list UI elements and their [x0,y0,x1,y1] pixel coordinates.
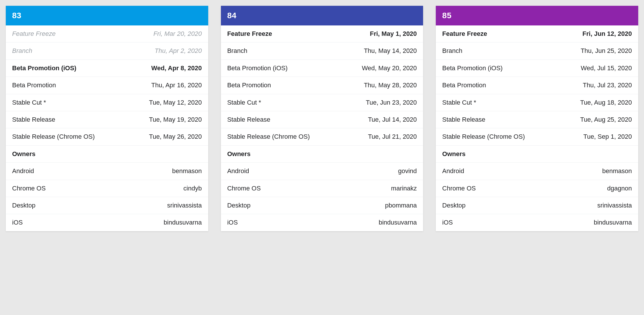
owner-row: Androidgovind [221,163,423,180]
owner-row: Desktoppbommana [221,197,423,214]
release-cards: 83Feature FreezeFri, Mar 20, 2020BranchT… [0,6,644,231]
owner-row: Chrome OSdgagnon [436,180,638,197]
milestone-label: Stable Release [227,116,270,123]
milestone-row: Stable ReleaseTue, Jul 14, 2020 [221,111,423,128]
milestone-date: Tue, Aug 25, 2020 [580,116,632,123]
release-version-header[interactable]: 85 [436,6,638,25]
owner-name[interactable]: benmason [172,167,202,175]
owner-name[interactable]: bindusuvarna [379,219,417,226]
owner-platform: Desktop [227,202,251,209]
owner-name[interactable]: srinivassista [167,202,202,209]
owner-row: Androidbenmason [6,163,208,180]
release-version-header[interactable]: 84 [221,6,423,25]
milestone-label: Beta Promotion (iOS) [12,64,76,72]
milestone-label: Branch [442,47,462,55]
milestone-row: BranchThu, Apr 2, 2020 [6,42,208,60]
milestone-label: Stable Cut * [442,99,476,106]
milestone-row: Stable Cut *Tue, Jun 23, 2020 [221,94,423,111]
milestone-row: BranchThu, Jun 25, 2020 [436,42,638,60]
owner-row: Desktopsrinivassista [6,197,208,214]
owners-section-header: Owners [436,146,638,163]
milestone-date: Thu, Apr 2, 2020 [155,47,202,55]
owners-label: Owners [442,150,466,158]
release-card: 84Feature FreezeFri, May 1, 2020BranchTh… [221,6,423,231]
milestone-label: Stable Cut * [227,99,261,106]
owner-row: iOSbindusuvarna [221,214,423,231]
owner-row: iOSbindusuvarna [436,214,638,231]
owner-row: Chrome OSmarinakz [221,180,423,197]
milestone-label: Beta Promotion (iOS) [227,64,288,72]
milestone-row: Stable Release (Chrome OS)Tue, Jul 21, 2… [221,128,423,145]
owners-label: Owners [12,150,36,158]
owner-platform: iOS [227,219,238,226]
release-card: 83Feature FreezeFri, Mar 20, 2020BranchT… [6,6,208,231]
owner-platform: Android [227,167,249,175]
milestone-date: Fri, Jun 12, 2020 [582,30,632,38]
milestone-row: BranchThu, May 14, 2020 [221,42,423,60]
milestone-date: Tue, Jul 21, 2020 [368,133,417,140]
owner-name[interactable]: pbommana [385,202,417,209]
milestone-label: Beta Promotion [12,81,56,89]
milestone-date: Thu, May 28, 2020 [364,81,417,89]
milestone-row: Beta PromotionThu, Apr 16, 2020 [6,77,208,94]
milestone-date: Wed, May 20, 2020 [362,64,417,72]
owner-platform: Android [442,167,464,175]
milestone-date: Tue, May 12, 2020 [149,99,202,106]
owners-label: Owners [227,150,251,158]
owner-name[interactable]: marinakz [391,185,417,192]
owner-name[interactable]: bindusuvarna [594,219,632,226]
owner-platform: iOS [442,219,453,226]
owner-platform: Chrome OS [442,185,476,192]
release-card: 85Feature FreezeFri, Jun 12, 2020BranchT… [436,6,638,231]
owner-name[interactable]: srinivassista [597,202,632,209]
milestone-row: Feature FreezeFri, Mar 20, 2020 [6,25,208,42]
owner-name[interactable]: dgagnon [607,185,632,192]
owners-section-header: Owners [221,146,423,163]
milestone-row: Stable Release (Chrome OS)Tue, Sep 1, 20… [436,128,638,145]
owners-section-header: Owners [6,146,208,163]
owner-row: Androidbenmason [436,163,638,180]
milestone-row: Stable Cut *Tue, Aug 18, 2020 [436,94,638,111]
milestone-label: Branch [12,47,32,55]
milestone-row: Stable Cut *Tue, May 12, 2020 [6,94,208,111]
owner-platform: Desktop [12,202,36,209]
milestone-row: Beta Promotion (iOS)Wed, May 20, 2020 [221,60,423,77]
milestone-label: Stable Release (Chrome OS) [12,133,95,140]
owner-name[interactable]: benmason [602,167,632,175]
milestone-date: Wed, Jul 15, 2020 [581,64,632,72]
milestone-date: Thu, Jun 25, 2020 [581,47,632,55]
milestone-date: Tue, May 19, 2020 [149,116,202,123]
milestone-row: Beta PromotionThu, May 28, 2020 [221,77,423,94]
owner-platform: Android [12,167,34,175]
owner-platform: iOS [12,219,23,226]
milestone-label: Beta Promotion (iOS) [442,64,502,72]
milestone-label: Branch [227,47,247,55]
owner-platform: Chrome OS [227,185,261,192]
owner-row: iOSbindusuvarna [6,214,208,231]
milestone-label: Feature Freeze [442,30,487,38]
milestone-date: Thu, May 14, 2020 [364,47,417,55]
milestone-date: Tue, Aug 18, 2020 [580,99,632,106]
milestone-date: Thu, Jul 23, 2020 [583,81,632,89]
milestone-row: Feature FreezeFri, Jun 12, 2020 [436,25,638,42]
milestone-label: Feature Freeze [227,30,272,38]
milestone-date: Wed, Apr 8, 2020 [151,64,202,72]
milestone-row: Stable ReleaseTue, May 19, 2020 [6,111,208,128]
milestone-row: Stable ReleaseTue, Aug 25, 2020 [436,111,638,128]
milestone-date: Fri, Mar 20, 2020 [153,30,202,38]
owner-platform: Desktop [442,202,466,209]
milestone-row: Feature FreezeFri, May 1, 2020 [221,25,423,42]
milestone-date: Tue, Sep 1, 2020 [583,133,632,140]
milestone-label: Stable Release [12,116,55,123]
owner-row: Chrome OScindyb [6,180,208,197]
milestone-label: Feature Freeze [12,30,55,38]
owner-name[interactable]: bindusuvarna [164,219,202,226]
milestone-row: Stable Release (Chrome OS)Tue, May 26, 2… [6,128,208,145]
release-version-header[interactable]: 83 [6,6,208,25]
owner-name[interactable]: govind [398,167,417,175]
milestone-date: Thu, Apr 16, 2020 [151,81,202,89]
milestone-label: Beta Promotion [227,81,271,89]
milestone-date: Tue, May 26, 2020 [149,133,202,140]
owner-name[interactable]: cindyb [183,185,202,192]
milestone-label: Stable Release (Chrome OS) [442,133,525,140]
